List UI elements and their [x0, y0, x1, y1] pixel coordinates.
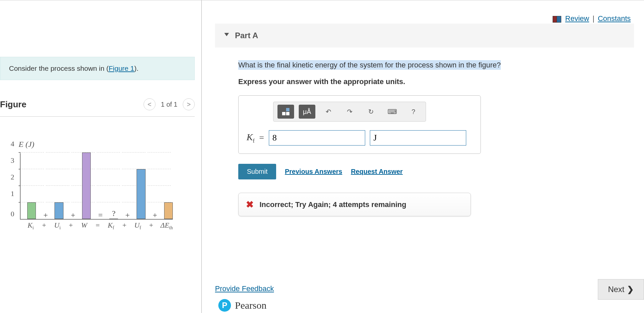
xlab-ki: Ki [27, 221, 35, 231]
xlab-op: + [69, 221, 73, 231]
provide-feedback-link[interactable]: Provide Feedback [215, 284, 274, 293]
var-subscript: f [253, 138, 255, 144]
constants-link[interactable]: Constants [598, 14, 631, 23]
figure-nav: < 1 of 1 > [144, 98, 195, 110]
brand-footer: P Pearson [218, 299, 267, 312]
help-button[interactable]: ? [405, 105, 422, 119]
ytick-4: 4 [11, 140, 14, 148]
unit-input[interactable] [370, 130, 466, 146]
op-plus: + [71, 211, 75, 219]
answer-toolbar: μÅ ↶ ↷ ↻ ⌨ ? [273, 102, 426, 122]
bar-kf-unknown: ? [109, 209, 118, 219]
top-links: Review | Constants [553, 14, 631, 23]
value-input[interactable] [269, 130, 365, 146]
xlab-uf: Uf [134, 221, 142, 231]
xlab-w: W [80, 221, 88, 231]
xlab-op: + [149, 221, 153, 231]
next-label: Next [608, 285, 624, 294]
chart-plot: 0 1 2 3 4 + + = [20, 153, 173, 220]
answer-box: μÅ ↶ ↷ ↻ ⌨ ? Kf = [238, 95, 481, 154]
var-letter: K [247, 132, 253, 142]
previous-answers-link[interactable]: Previous Answers [285, 168, 342, 175]
units-button[interactable]: μÅ [299, 105, 315, 119]
app-root: Consider the process shown in (Figure 1)… [0, 0, 644, 313]
bar-w [82, 153, 91, 219]
feedback-box: ✖ Incorrect; Try Again; 4 attempts remai… [238, 193, 471, 216]
actions-row: Submit Previous Answers Request Answer [238, 164, 634, 179]
bar-ki [27, 202, 36, 219]
part-header[interactable]: Part A [215, 24, 634, 48]
request-answer-link[interactable]: Request Answer [351, 168, 403, 175]
instruction-text: Express your answer with the appropriate… [238, 77, 634, 86]
figure-prev-button[interactable]: < [144, 98, 156, 110]
answer-row: Kf = [247, 130, 473, 146]
separator: | [592, 14, 594, 23]
bar-uf [137, 169, 145, 219]
brand-text: Pearson [235, 300, 267, 311]
op-plus: + [125, 211, 129, 219]
xlab-ui: Ui [54, 221, 62, 231]
prompt-box: Consider the process shown in (Figure 1)… [0, 57, 195, 80]
gridline [21, 152, 173, 153]
prompt-pre: Consider the process shown in ( [9, 64, 109, 72]
redo-button[interactable]: ↷ [341, 105, 358, 119]
op-plus: + [43, 211, 47, 219]
right-pane: Review | Constants Part A What is the fi… [202, 0, 644, 313]
figure-title: Figure [0, 99, 26, 110]
xlab-op: + [122, 221, 126, 231]
xlab-kf: Kf [107, 221, 115, 231]
figure-header: Figure < 1 of 1 > [0, 98, 195, 117]
incorrect-icon: ✖ [246, 199, 254, 210]
book-icon [553, 16, 561, 22]
chart: E (J) 0 1 2 3 4 + + [0, 153, 173, 231]
bar-deth [164, 202, 173, 219]
xlab-op: + [42, 221, 46, 231]
templates-button[interactable] [277, 105, 294, 119]
chevron-right-icon: ❯ [627, 285, 634, 294]
part-label: Part A [235, 31, 258, 40]
pearson-logo-icon: P [218, 299, 231, 312]
chart-xlabels: Ki + Ui + W = Kf + Uf + ΔEth [20, 221, 173, 231]
variable-label: Kf [247, 132, 255, 144]
next-button[interactable]: Next ❯ [598, 279, 644, 300]
bars-row: + + = ? + + [21, 153, 173, 219]
undo-button[interactable]: ↶ [320, 105, 337, 119]
submit-button[interactable]: Submit [238, 164, 276, 179]
review-link[interactable]: Review [565, 14, 589, 23]
templates-icon [282, 108, 289, 115]
chart-ylabel: E (J) [19, 140, 34, 149]
left-pane: Consider the process shown in (Figure 1)… [0, 0, 202, 313]
question-text: What is the final kinetic energy of the … [238, 60, 501, 70]
figure-link[interactable]: Figure 1 [109, 64, 134, 72]
reset-button[interactable]: ↻ [363, 105, 379, 119]
bar-ui [54, 202, 63, 219]
ytick-3: 3 [11, 156, 14, 165]
provide-feedback: Provide Feedback [215, 284, 274, 293]
feedback-text: Incorrect; Try Again; 4 attempts remaini… [260, 200, 406, 209]
figure-pager: 1 of 1 [161, 101, 177, 108]
ytick-2: 2 [11, 173, 14, 181]
op-eq: = [98, 211, 102, 219]
ytick-1: 1 [11, 189, 14, 198]
xlab-op: = [96, 221, 100, 231]
prompt-post: ). [134, 64, 139, 72]
xlab-deth: ΔEth [161, 221, 173, 231]
ytick-0: 0 [11, 210, 14, 218]
chevron-down-icon [224, 33, 229, 36]
op-plus: + [153, 211, 157, 219]
keyboard-button[interactable]: ⌨ [384, 105, 400, 119]
equals-sign: = [259, 133, 264, 143]
figure-next-button[interactable]: > [183, 98, 195, 110]
